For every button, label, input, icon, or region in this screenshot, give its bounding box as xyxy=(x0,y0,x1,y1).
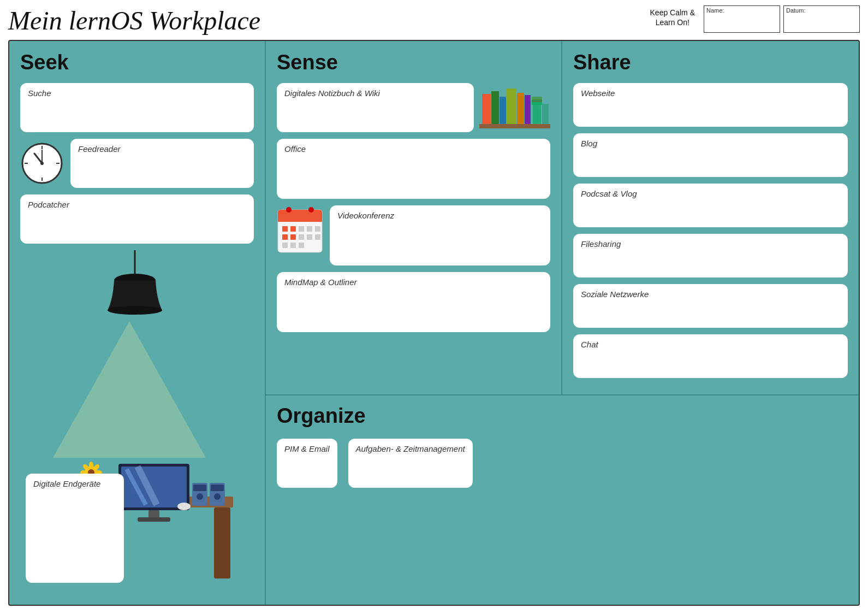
share-soziale-label: Soziale Netzwerke xyxy=(581,290,649,299)
svg-rect-76 xyxy=(290,243,296,248)
calendar-icon xyxy=(277,205,323,255)
svg-rect-55 xyxy=(533,105,541,124)
organize-aufgaben-box: Aufgaben- & Zeitmanagement xyxy=(348,439,473,488)
seek-title: Seek xyxy=(20,51,254,74)
svg-rect-58 xyxy=(532,97,542,99)
sense-notizbuch-box: Digitales Notizbuch & Wiki xyxy=(277,83,474,132)
sense-video-row: Videokonferenz xyxy=(277,205,550,265)
share-filesharing-label: Filesharing xyxy=(581,239,621,249)
organize-pim-label: PIM & Email xyxy=(284,444,330,453)
svg-rect-57 xyxy=(532,99,542,102)
sense-office-box: Office xyxy=(277,139,550,199)
share-title: Share xyxy=(573,51,848,74)
seek-feedreader-box: Feedreader xyxy=(70,139,254,188)
svg-rect-72 xyxy=(299,234,304,240)
svg-rect-62 xyxy=(278,219,322,222)
header-right: Keep Calm & Learn On! Name: Datum: xyxy=(650,5,860,33)
svg-rect-70 xyxy=(282,234,288,240)
svg-rect-56 xyxy=(532,102,542,105)
svg-point-46 xyxy=(214,493,221,500)
svg-rect-14 xyxy=(214,507,230,578)
share-podcast-box: Podcsat & Vlog xyxy=(573,184,848,227)
svg-rect-48 xyxy=(479,124,550,128)
page: Mein lernOS Workplace Keep Calm & Learn … xyxy=(0,0,868,614)
svg-rect-53 xyxy=(517,93,524,124)
svg-rect-74 xyxy=(315,234,320,240)
sense-notizbuch-label: Digitales Notizbuch & Wiki xyxy=(284,88,380,98)
svg-point-64 xyxy=(308,207,314,212)
sense-column: Sense Digitales Notizbuch & Wiki xyxy=(266,41,562,394)
svg-rect-54 xyxy=(525,95,531,124)
share-webseite-label: Webseite xyxy=(581,88,615,98)
header: Mein lernOS Workplace Keep Calm & Learn … xyxy=(8,5,860,36)
sense-mindmap-box: MindMap & Outliner xyxy=(277,272,550,332)
sense-videokonferenz-label: Videokonferenz xyxy=(337,211,394,220)
name-datum-fields: Name: Datum: xyxy=(704,5,860,33)
svg-rect-59 xyxy=(542,104,549,124)
clock-icon xyxy=(20,141,64,185)
lamp-icon xyxy=(108,250,162,327)
organize-grid: PIM & Email Aufgaben- & Zeitmanagement xyxy=(277,439,848,494)
svg-point-63 xyxy=(286,207,292,212)
light-cone xyxy=(53,321,206,458)
share-soziale-box: Soziale Netzwerke xyxy=(573,284,848,328)
svg-point-43 xyxy=(197,493,203,500)
svg-marker-11 xyxy=(53,321,206,458)
svg-rect-50 xyxy=(491,91,499,124)
datum-field[interactable]: Datum: xyxy=(783,5,860,33)
svg-rect-52 xyxy=(507,88,516,124)
books-icon xyxy=(479,83,550,132)
svg-rect-65 xyxy=(282,226,288,232)
desk-illustration-area: Digitale Endgeräte xyxy=(20,250,254,595)
sense-notizbuch-row: Digitales Notizbuch & Wiki xyxy=(277,83,550,132)
svg-rect-45 xyxy=(211,485,224,491)
seek-podcatcher-label: Podcatcher xyxy=(28,200,69,209)
svg-rect-26 xyxy=(148,510,159,518)
share-filesharing-box: Filesharing xyxy=(573,234,848,278)
name-field[interactable]: Name: xyxy=(704,5,780,33)
main-board: Seek Suche xyxy=(8,40,860,606)
seek-feedreader-label: Feedreader xyxy=(78,144,121,154)
sense-office-label: Office xyxy=(284,144,306,154)
svg-point-10 xyxy=(108,306,162,315)
svg-point-47 xyxy=(177,503,191,510)
seek-suche-label: Suche xyxy=(28,88,51,98)
seek-feedreader-row: Feedreader xyxy=(20,139,254,188)
seek-suche-box: Suche xyxy=(20,83,254,132)
share-column: Share Webseite Blog Podcsat & Vlog Files… xyxy=(562,41,859,394)
page-title: Mein lernOS Workplace xyxy=(8,5,260,36)
svg-rect-49 xyxy=(482,94,491,124)
share-podcast-label: Podcsat & Vlog xyxy=(581,189,637,198)
svg-rect-73 xyxy=(307,234,312,240)
svg-rect-66 xyxy=(290,226,296,232)
sense-videokonferenz-box: Videokonferenz xyxy=(330,205,550,265)
share-chat-box: Chat xyxy=(573,334,848,378)
keep-calm-text: Keep Calm & Learn On! xyxy=(650,8,695,27)
sense-mindmap-label: MindMap & Outliner xyxy=(284,278,357,287)
svg-rect-51 xyxy=(500,97,506,124)
share-blog-label: Blog xyxy=(581,139,597,148)
organize-title: Organize xyxy=(277,404,848,428)
share-chat-label: Chat xyxy=(581,340,598,349)
sense-title: Sense xyxy=(277,51,550,74)
seek-column: Seek Suche xyxy=(9,41,266,605)
share-webseite-box: Webseite xyxy=(573,83,848,127)
svg-rect-69 xyxy=(315,226,320,232)
svg-rect-67 xyxy=(299,226,304,232)
share-blog-box: Blog xyxy=(573,133,848,177)
seek-podcatcher-box: Podcatcher xyxy=(20,194,254,244)
seek-devices-box: Digitale Endgeräte xyxy=(26,474,124,583)
svg-point-33 xyxy=(89,462,93,468)
seek-devices-label: Digitale Endgeräte xyxy=(33,479,100,488)
organize-pim-box: PIM & Email xyxy=(277,439,337,488)
svg-rect-77 xyxy=(299,243,304,248)
organize-section: Organize PIM & Email Aufgaben- & Zeitman… xyxy=(266,394,859,605)
svg-rect-27 xyxy=(138,517,170,522)
svg-rect-75 xyxy=(282,243,288,248)
svg-rect-68 xyxy=(307,226,312,232)
organize-aufgaben-label: Aufgaben- & Zeitmanagement xyxy=(356,444,465,453)
svg-rect-71 xyxy=(290,234,296,240)
svg-rect-42 xyxy=(193,485,206,491)
